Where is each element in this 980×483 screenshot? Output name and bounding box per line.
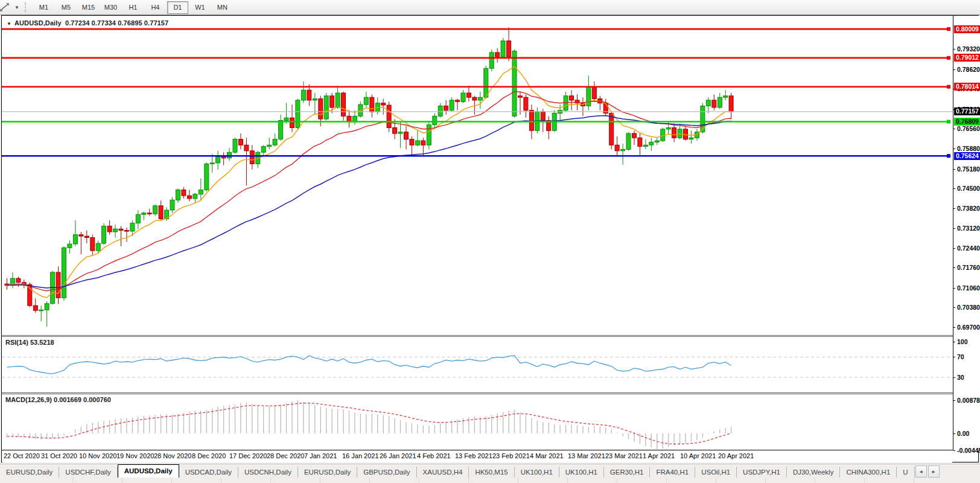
axis-tick — [953, 288, 955, 289]
date-label: 4 Feb 2021 — [417, 452, 451, 459]
axis-tick — [953, 357, 955, 357]
axis-tick-label: 0.73120 — [957, 225, 980, 232]
axis-tick — [953, 69, 955, 70]
axis-tick-label: 0.008782 — [957, 397, 980, 404]
axis-tick — [953, 327, 955, 328]
date-label: 28 Nov 2020 — [154, 452, 191, 459]
status-separator — [270, 478, 271, 482]
status-separator — [221, 478, 221, 482]
chart-tab-usoil-h1[interactable]: USOil,H1 — [695, 467, 737, 478]
status-separator — [914, 478, 914, 482]
date-label: 10 Apr 2021 — [680, 452, 716, 459]
timeframe-button-mn[interactable]: MN — [212, 1, 233, 14]
status-separator — [815, 478, 815, 482]
date-label: 26 Jan 2021 — [380, 452, 416, 459]
status-strip — [0, 478, 980, 483]
axis-tick-label: 0.69700 — [957, 324, 980, 331]
macd-canvas[interactable] — [2, 394, 952, 450]
chart-tab-usdcnh-daily[interactable]: USDCNH,Daily — [238, 467, 298, 478]
chart-tab-china300-h1[interactable]: CHINA300,H1 — [840, 467, 897, 478]
axis-tick-label: 100 — [957, 338, 968, 345]
axis-tick — [953, 188, 955, 189]
date-label: 23 Feb 2021 — [492, 452, 530, 459]
date-label: 31 Oct 2020 — [41, 452, 77, 459]
date-label: 4 Mar 2021 — [530, 452, 564, 459]
timeframe-button-m30[interactable]: M30 — [100, 1, 121, 14]
status-separator — [567, 478, 568, 482]
chart-tab-eurusd-daily[interactable]: EURUSD,Daily — [298, 467, 357, 478]
chart-tab-usdchf-daily[interactable]: USDCHF,Daily — [59, 467, 117, 478]
axis-tick-label: 0.74500 — [957, 185, 980, 192]
axis-tick — [953, 248, 955, 249]
axis-tick-label: 0.79320 — [957, 45, 980, 53]
axis-tick-label: 0.75180 — [957, 165, 980, 173]
chart-tab-audusd-daily[interactable]: AUDUSD,Daily — [118, 464, 179, 478]
chart-tab-fra40-h1[interactable]: FRA40,H1 — [650, 467, 695, 478]
axis-tick — [953, 228, 955, 229]
date-label: 16 Jan 2021 — [342, 452, 379, 459]
date-label: 17 Dec 2020 — [229, 452, 267, 459]
current-price-badge: 0.77157 — [954, 107, 980, 115]
chart-tab-bar: EURUSD,DailyUSDCHF,DailyAUDUSD,DailyUSDC… — [0, 464, 980, 478]
status-separator — [518, 478, 518, 482]
date-label: 23 Mar 2021 — [605, 452, 643, 459]
axis-tick-label: 30 — [957, 374, 964, 381]
timeframe-button-m5[interactable]: M5 — [56, 1, 77, 14]
chart-tab-ger30-h1[interactable]: GER30,H1 — [604, 467, 651, 478]
status-separator — [716, 478, 716, 482]
axis-tick-label: 0.78620 — [957, 66, 980, 73]
axis-tick-label: 0.71760 — [957, 264, 980, 271]
axis-tick-label: 0.71060 — [957, 284, 980, 292]
timeframe-button-h4[interactable]: H4 — [145, 1, 166, 14]
chart-tab-usdcad-daily[interactable]: USDCAD,Daily — [179, 467, 238, 478]
date-label: 10 Nov 2020 — [79, 452, 116, 459]
chart-tab-eurusd-daily[interactable]: EURUSD,Daily — [0, 467, 59, 478]
axis-tick-label: 0.73820 — [957, 205, 980, 212]
timeframe-toolbar: ▼ M1M5M15M30H1H4D1W1MN — [0, 0, 980, 15]
price-axis[interactable]: 0.793200.786200.779400.772400.765600.758… — [953, 16, 980, 450]
chart-tab-usdjpy-h1[interactable]: USDJPY,H1 — [737, 467, 787, 478]
tab-scroll-left-button[interactable]: ◄ — [915, 465, 927, 478]
axis-tick-label: -0.004451 — [957, 447, 980, 454]
axis-tick — [953, 342, 955, 342]
axis-tick — [953, 208, 955, 209]
status-separator — [369, 478, 370, 482]
axis-tick — [953, 149, 955, 149]
cursor-dropdown-icon[interactable]: ▼ — [14, 5, 19, 10]
timeframe-buttons: M1M5M15M30H1H4D1W1MN — [33, 1, 234, 14]
date-label: 22 Oct 2020 — [4, 452, 40, 459]
timeframe-button-d1[interactable]: D1 — [167, 1, 188, 14]
date-axis[interactable]: 22 Oct 202031 Oct 202010 Nov 202019 Nov … — [2, 450, 952, 462]
axis-tick — [953, 433, 955, 434]
price-chart-canvas[interactable] — [2, 16, 952, 335]
axis-tick — [953, 49, 955, 50]
axis-tick — [953, 169, 955, 170]
chart-window: ▼AUDUSD,Daily 0.77234 0.77334 0.76895 0.… — [1, 15, 979, 462]
date-label: 19 Nov 2020 — [116, 452, 154, 459]
chart-tab-hk50-m15[interactable]: HK50,M15 — [469, 467, 514, 478]
chart-cursor-icon[interactable] — [2, 2, 14, 13]
chart-tab-uk100-h1[interactable]: UK100,H1 — [515, 467, 559, 478]
date-label: 13 Mar 2021 — [568, 452, 605, 459]
axis-tick-label: 0.72440 — [957, 245, 980, 252]
timeframe-button-m15[interactable]: M15 — [78, 1, 99, 14]
chart-tab-dj30-weekly[interactable]: DJ30,Weekly — [787, 467, 841, 478]
date-label: 1 Apr 2021 — [643, 452, 675, 459]
chart-tab-u[interactable]: U — [897, 467, 914, 478]
timeframe-button-m1[interactable]: M1 — [33, 1, 54, 14]
rsi-canvas[interactable] — [2, 337, 952, 392]
tab-scroll-right-button[interactable]: ► — [928, 465, 940, 478]
chart-tab-gbpusd-daily[interactable]: GBPUSD,Daily — [357, 467, 416, 478]
toolbar-grip — [25, 2, 29, 12]
status-separator — [468, 478, 469, 482]
axis-tick-label: 0.00 — [957, 430, 969, 437]
axis-tick — [953, 307, 955, 308]
chart-tab-xauusd-h4[interactable]: XAUUSD,H4 — [417, 467, 469, 478]
status-separator — [171, 478, 172, 482]
status-separator — [864, 478, 865, 482]
axis-tick — [953, 377, 955, 378]
timeframe-button-w1[interactable]: W1 — [189, 1, 211, 14]
date-label: 20 Apr 2021 — [718, 452, 754, 459]
timeframe-button-h1[interactable]: H1 — [122, 1, 144, 14]
chart-tab-uk100-h1[interactable]: UK100,H1 — [559, 467, 604, 478]
